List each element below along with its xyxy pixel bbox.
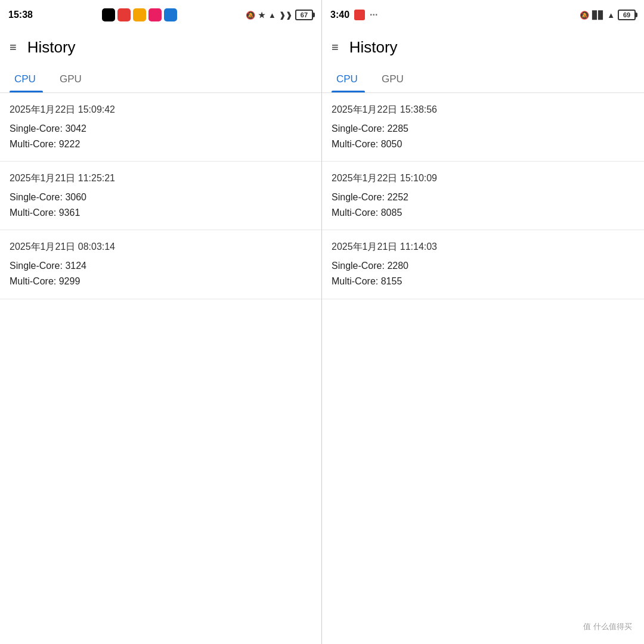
right-mc-label-0: Multi-Core:	[332, 139, 378, 149]
wifi-icon: ▲	[268, 11, 276, 20]
left-status-bar: 15:38 🔕 ★ ▲ ❱❱ 67	[0, 0, 321, 30]
left-date-0: 2025年1月22日 15:09:42	[10, 104, 312, 116]
right-record-2[interactable]: 2025年1月21日 11:14:03 Single-Core: 2280 Mu…	[322, 230, 644, 299]
right-tab-bar: CPU GPU	[322, 65, 644, 93]
left-tab-gpu[interactable]: GPU	[55, 65, 94, 92]
right-sc-value-2: 2280	[387, 261, 408, 271]
safari-icon	[164, 8, 177, 21]
left-sc-value-1: 3060	[65, 192, 86, 202]
right-sc-label-1: Single-Core:	[332, 192, 385, 202]
right-date-2: 2025年1月21日 11:14:03	[332, 241, 634, 253]
right-signal-icon: ▊▊	[592, 11, 604, 20]
left-tab-bar: CPU GPU	[0, 65, 321, 93]
left-scores-1: Single-Core: 3060 Multi-Core: 9361	[10, 190, 312, 220]
recording-icon	[354, 10, 365, 20]
left-mc-value-0: 9222	[59, 139, 80, 149]
more-icon: ···	[370, 10, 377, 20]
left-sc-value-2: 3124	[65, 261, 86, 271]
left-record-2[interactable]: 2025年1月21日 08:03:14 Single-Core: 3124 Mu…	[0, 230, 321, 299]
battery-left: 67	[295, 10, 313, 20]
left-mc-label-2: Multi-Core:	[10, 276, 56, 286]
right-mc-label-2: Multi-Core:	[332, 276, 378, 286]
left-sc-label-1: Single-Core:	[10, 192, 63, 202]
left-mc-label-1: Multi-Core:	[10, 208, 56, 218]
right-record-1[interactable]: 2025年1月22日 15:10:09 Single-Core: 2252 Mu…	[322, 162, 644, 230]
left-tab-cpu[interactable]: CPU	[10, 65, 48, 92]
left-header-title: History	[27, 38, 76, 57]
left-record-0[interactable]: 2025年1月22日 15:09:42 Single-Core: 3042 Mu…	[0, 93, 321, 162]
left-date-2: 2025年1月21日 08:03:14	[10, 241, 312, 253]
left-scores-0: Single-Core: 3042 Multi-Core: 9222	[10, 121, 312, 151]
right-mc-value-0: 8050	[381, 139, 402, 149]
left-scores-2: Single-Core: 3124 Multi-Core: 9299	[10, 258, 312, 289]
right-content-area: 2025年1月22日 15:38:56 Single-Core: 2285 Mu…	[322, 93, 644, 644]
left-content-area: 2025年1月22日 15:09:42 Single-Core: 3042 Mu…	[0, 93, 321, 644]
left-phone-panel: 15:38 🔕 ★ ▲ ❱❱ 67 ≡ History CPU GPU	[0, 0, 322, 644]
kuaishou-icon	[133, 8, 146, 21]
watermark: 值 什么值得买	[580, 620, 636, 633]
battery-right: 69	[618, 10, 636, 20]
left-app-header: ≡ History	[0, 30, 321, 65]
right-date-1: 2025年1月22日 15:10:09	[332, 172, 634, 185]
right-mc-value-2: 8155	[381, 276, 402, 286]
douyin-icon	[117, 8, 131, 21]
right-mc-value-1: 8085	[381, 208, 402, 218]
right-wifi-icon: ▲	[607, 11, 615, 20]
right-phone-panel: 3:40 ··· 🔕 ▊▊ ▲ 69 ≡ History CPU GPU 202…	[322, 0, 644, 644]
right-sc-label-2: Single-Core:	[332, 261, 385, 271]
bluetooth-icon: ★	[258, 11, 265, 20]
right-scores-0: Single-Core: 2285 Multi-Core: 8050	[332, 121, 634, 151]
right-tab-cpu[interactable]: CPU	[332, 65, 370, 92]
left-app-icons	[102, 8, 177, 21]
right-time: 3:40	[330, 10, 349, 20]
left-record-1[interactable]: 2025年1月21日 11:25:21 Single-Core: 3060 Mu…	[0, 162, 321, 230]
left-sc-label-2: Single-Core:	[10, 261, 63, 271]
left-mc-value-1: 9361	[59, 208, 80, 218]
mute-icon: 🔕	[246, 11, 255, 20]
right-app-header: ≡ History	[322, 30, 644, 65]
right-sc-label-0: Single-Core:	[332, 123, 385, 134]
left-mc-label-0: Multi-Core:	[10, 139, 56, 149]
right-record-0[interactable]: 2025年1月22日 15:38:56 Single-Core: 2285 Mu…	[322, 93, 644, 162]
right-sc-value-1: 2252	[387, 192, 408, 202]
right-mute-icon: 🔕	[580, 11, 589, 20]
right-sc-value-0: 2285	[387, 123, 408, 134]
left-time: 15:38	[8, 10, 33, 20]
tiktok-icon	[102, 8, 115, 21]
right-tab-gpu[interactable]: GPU	[377, 65, 416, 92]
left-mc-value-2: 9299	[59, 276, 80, 286]
right-date-0: 2025年1月22日 15:38:56	[332, 104, 634, 116]
right-status-left: 3:40 ···	[330, 10, 377, 20]
left-date-1: 2025年1月21日 11:25:21	[10, 172, 312, 185]
signal-icon: ❱❱	[279, 11, 292, 20]
right-scores-1: Single-Core: 2252 Multi-Core: 8085	[332, 190, 634, 220]
right-status-icons: 🔕 ▊▊ ▲ 69	[580, 10, 636, 20]
left-sc-label-0: Single-Core:	[10, 123, 63, 134]
right-menu-icon[interactable]: ≡	[332, 41, 339, 54]
right-status-bar: 3:40 ··· 🔕 ▊▊ ▲ 69	[322, 0, 644, 30]
left-sc-value-0: 3042	[65, 123, 86, 134]
right-header-title: History	[349, 38, 398, 57]
weibo-icon	[148, 8, 162, 21]
right-mc-label-1: Multi-Core:	[332, 208, 378, 218]
left-status-icons: 🔕 ★ ▲ ❱❱ 67	[246, 10, 313, 20]
left-menu-icon[interactable]: ≡	[10, 41, 17, 54]
right-scores-2: Single-Core: 2280 Multi-Core: 8155	[332, 258, 634, 289]
